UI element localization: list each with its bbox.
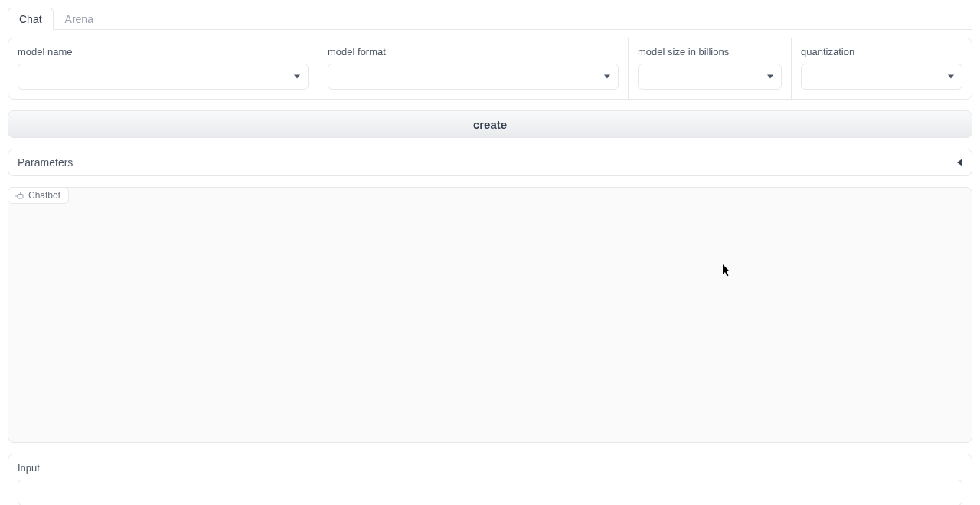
model-name-dropdown[interactable] [18,64,309,90]
chatbot-label: Chatbot [28,190,60,201]
svg-rect-1 [18,195,23,199]
model-size-dropdown[interactable] [638,64,782,90]
model-size-label: model size in billions [638,46,782,57]
model-format-dropdown[interactable] [328,64,619,90]
parameters-label: Parameters [18,156,73,169]
chevron-down-icon [604,75,610,79]
config-quantization: quantization [792,38,972,99]
parameters-accordion[interactable]: Parameters [8,149,972,176]
chatbot-area: Chatbot [8,187,972,443]
chevron-down-icon [767,75,773,79]
tab-chat[interactable]: Chat [8,8,54,30]
create-button[interactable]: create [8,110,972,138]
tab-bar: Chat Arena [8,8,972,30]
caret-left-icon [957,159,962,166]
config-model-format: model format [318,38,629,99]
model-name-label: model name [18,46,309,57]
config-model-size: model size in billions [629,38,792,99]
input-section: Input [8,454,972,505]
input-field[interactable] [18,480,962,505]
config-model-name: model name [8,38,318,99]
tab-arena[interactable]: Arena [54,8,105,30]
chevron-down-icon [948,75,954,79]
chevron-down-icon [294,75,300,79]
model-format-label: model format [328,46,619,57]
config-row: model name model format model size in bi… [8,38,972,100]
quantization-label: quantization [801,46,962,57]
quantization-dropdown[interactable] [801,64,962,90]
chatbot-tag: Chatbot [8,187,69,204]
chat-icon [15,192,24,199]
input-label: Input [18,462,962,474]
